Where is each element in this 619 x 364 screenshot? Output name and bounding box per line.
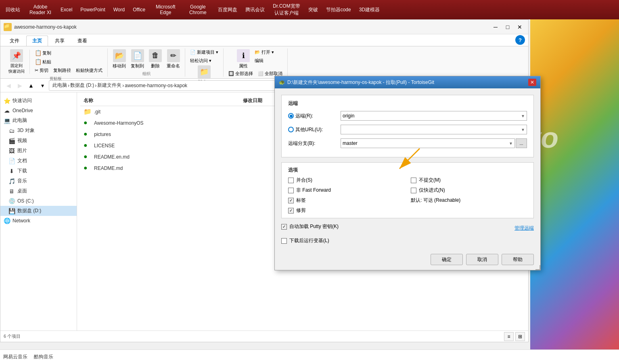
option-default-text: 默认: 可达 (Reachable) [411, 197, 527, 204]
remote-select[interactable]: origin ▼ [341, 111, 527, 121]
options-section-label: 选项 [288, 167, 527, 174]
help-button-dialog[interactable]: 帮助 [502, 254, 534, 265]
taskbar-office[interactable]: Office [129, 0, 149, 19]
cut-button[interactable]: ✂ 剪切 [33, 67, 50, 74]
manage-remote-link[interactable]: 管理远端 [514, 225, 534, 232]
dialog-body: 远端 远端(R): origin ▼ 其他URL [275, 88, 540, 251]
taskbar-3d[interactable]: 3D建模器 [355, 0, 384, 19]
remote-radio[interactable]: 远端(R): [288, 113, 341, 119]
new-item-button[interactable]: 📄 新建项目 ▾ [188, 48, 220, 56]
forward-button[interactable]: ▶ [15, 81, 25, 90]
download-row[interactable]: 下载后运行变基(L) [281, 237, 534, 244]
option-prune[interactable]: ✓ 修剪 [288, 207, 404, 214]
option-no-ff[interactable]: 非 Fast Forward [288, 187, 404, 194]
taskbar-baidu[interactable]: 百度网盘 [214, 0, 241, 19]
option-no-commit[interactable]: 不提交(M) [411, 177, 527, 184]
sidebar-item-network[interactable]: 🌐 Network [0, 216, 77, 226]
close-button[interactable]: ✕ [514, 23, 525, 31]
other-url-select[interactable]: ▼ [341, 125, 527, 134]
netease-music[interactable]: 网易云音乐 [3, 354, 27, 360]
desktop-icon: 🖥 [8, 188, 15, 195]
taskbar-excel[interactable]: Excel [56, 0, 76, 19]
select-all-button[interactable]: 🔲 全部选择 [227, 70, 255, 77]
remote-branch-select[interactable]: master ▼ [341, 138, 515, 148]
delete-button[interactable]: 🗑 删除 [147, 48, 163, 70]
tab-file[interactable]: 文件 [4, 36, 25, 46]
sidebar-item-osdrive[interactable]: 💿 OS (C:) [0, 196, 77, 206]
branch-browse-button[interactable]: ... [516, 138, 527, 148]
copy-path-button[interactable]: 复制路径 [52, 67, 73, 74]
easy-access-button[interactable]: 轻松访问 ▾ [188, 57, 213, 65]
tab-share[interactable]: 共享 [49, 36, 71, 46]
copy-to-icon: 📄 [131, 49, 144, 62]
sidebar-item-pictures[interactable]: 🖼 图片 [0, 146, 77, 156]
col-name-header[interactable]: 名称 [84, 97, 243, 104]
taskbar-word[interactable]: Word [109, 0, 129, 19]
sidebar-item-music[interactable]: 🎵 音乐 [0, 176, 77, 186]
large-icon-view-button[interactable]: ⊞ [515, 332, 525, 341]
file-icon-license: ● [84, 142, 92, 150]
no-commit-checkbox [411, 178, 416, 183]
other-url-row: 其他URL(U): ▼ [288, 125, 527, 134]
up-button[interactable]: ▲ [26, 81, 36, 90]
taskbar-drcom[interactable]: Dr.COM宽带认证客户端 [269, 0, 304, 19]
paste-icon: 📋 [35, 59, 42, 65]
properties-group: ℹ 属性 📂 打开 ▾ 编辑 🔲 全部选择 [224, 48, 288, 77]
sidebar-item-thispc[interactable]: 💻 此电脑 [0, 115, 77, 126]
paste-shortcut-button[interactable]: 粘贴快捷方式 [74, 67, 104, 74]
open-button[interactable]: 📂 打开 ▾ [253, 48, 276, 56]
taskbar-edge[interactable]: MicrosoftEdge [149, 0, 182, 19]
sidebar-item-onedrive[interactable]: ☁ OneDrive [0, 106, 77, 115]
edit-button[interactable]: 编辑 [253, 57, 276, 65]
maximize-button[interactable]: □ [502, 23, 513, 31]
taskbar-ppt[interactable]: PowerPoint [76, 0, 109, 19]
taskbar-tupo[interactable]: 突破 [304, 0, 322, 19]
minimize-button[interactable]: ─ [490, 23, 501, 31]
option-ff-only[interactable]: 仅快进式(N) [411, 187, 527, 194]
open-icon: 📂 [255, 50, 260, 55]
kugou-music[interactable]: 酷狗音乐 [34, 354, 53, 360]
recent-button[interactable]: ▾ [38, 81, 47, 90]
tortoisegit-dialog[interactable]: 🐢 D:\新建文件夹\awesome-harmony-os-kapok - 拉取… [274, 76, 541, 270]
other-url-radio[interactable]: 其他URL(U): [288, 126, 341, 133]
copy-button[interactable]: 📋 复制 [33, 49, 104, 57]
taskbar-recycle[interactable]: 回收站 [2, 0, 24, 19]
pin-button[interactable]: 📌 固定到快速访问 [7, 48, 26, 75]
putty-row[interactable]: ✓ 自动加载 Putty 密钥(K) [281, 223, 339, 230]
taskbar-adobe[interactable]: AdobeReader XI [24, 0, 56, 19]
sidebar-item-3dobjects[interactable]: 🗂 3D 对象 [0, 126, 77, 136]
dialog-title-bar: 🐢 D:\新建文件夹\awesome-harmony-os-kapok - 拉取… [275, 76, 540, 88]
details-view-button[interactable]: ≡ [504, 332, 514, 341]
remote-value: origin [343, 113, 354, 119]
option-tags[interactable]: ✓ 标签 [288, 197, 404, 204]
music-icon: 🎵 [8, 178, 15, 184]
confirm-button[interactable]: 确定 [431, 254, 463, 265]
new-item-icon: 📄 [190, 50, 196, 55]
tab-view[interactable]: 查看 [71, 36, 93, 46]
paste-button[interactable]: 📋 粘贴 [33, 58, 104, 66]
sidebar-item-video[interactable]: 🎬 视频 [0, 136, 77, 146]
other-url-arrow: ▼ [521, 128, 525, 132]
move-to-button[interactable]: 📂 移动到 [111, 48, 128, 70]
cancel-button[interactable]: 取消 [466, 254, 498, 265]
dialog-resize-handle[interactable] [535, 265, 540, 270]
taskbar-chrome[interactable]: GoogleChrome [182, 0, 214, 19]
option-merge[interactable]: 并合(S) [288, 177, 404, 184]
taskbar-jiepai[interactable]: 节拍器code [322, 0, 355, 19]
other-url-label: 其他URL(U): [295, 126, 323, 133]
dialog-close-button[interactable]: ✕ [528, 79, 536, 86]
rename-button[interactable]: ✏ 重命名 [165, 48, 182, 70]
back-button[interactable]: ◀ [4, 81, 13, 90]
file-name-git: .git [94, 109, 100, 115]
sidebar-item-datadrive[interactable]: 💾 数据盘 (D:) [0, 206, 77, 216]
sidebar-item-desktop[interactable]: 🖥 桌面 [0, 186, 77, 196]
help-button[interactable]: ? [515, 35, 525, 45]
copy-to-button[interactable]: 📄 复制到 [129, 48, 146, 70]
pc-icon: 💻 [4, 117, 10, 124]
sidebar-item-downloads[interactable]: ⬇ 下载 [0, 166, 77, 176]
tab-home[interactable]: 主页 [26, 36, 48, 46]
taskbar-tencent[interactable]: 腾讯会议 [241, 0, 269, 19]
sidebar-item-documents[interactable]: 📄 文档 [0, 156, 77, 166]
sidebar-item-quickaccess[interactable]: ⭐ 快速访问 [0, 96, 77, 106]
properties-button[interactable]: ℹ 属性 [235, 48, 251, 70]
